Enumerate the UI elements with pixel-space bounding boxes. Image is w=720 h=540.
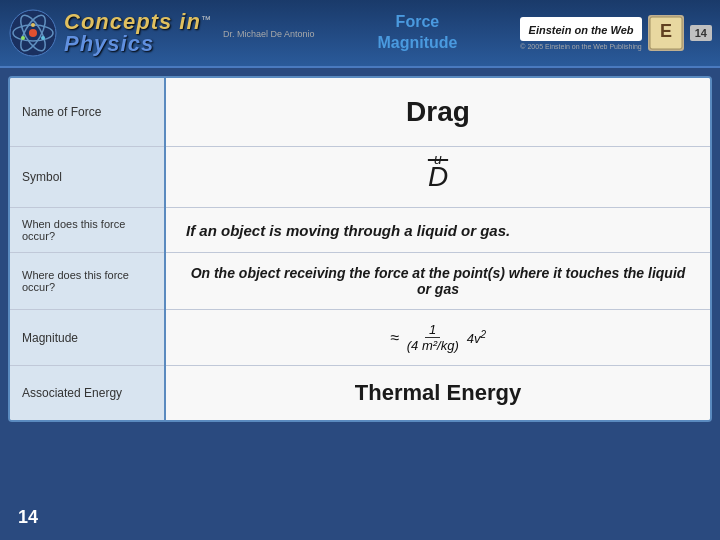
page-number-bottom: 14 bbox=[18, 507, 38, 528]
value-symbol: u D bbox=[165, 147, 710, 208]
copyright-text: © 2005 Einstein on the Web Publishing bbox=[520, 43, 641, 50]
label-when: When does this force occur? bbox=[10, 208, 165, 253]
magnitude-formula: ≈ 1 (4 m²/kg) 4v2 bbox=[186, 322, 690, 353]
header-right: Einstein on the Web © 2005 Einstein on t… bbox=[520, 15, 712, 51]
svg-text:E: E bbox=[660, 21, 672, 41]
einstein-branding: Einstein on the Web © 2005 Einstein on t… bbox=[520, 17, 641, 50]
svg-point-5 bbox=[31, 23, 35, 27]
fraction-numerator: 1 bbox=[425, 322, 440, 338]
table-row-magnitude: Magnitude ≈ 1 (4 m²/kg) 4v2 bbox=[10, 310, 710, 366]
svg-point-7 bbox=[21, 36, 25, 40]
main-content: Name of Force Drag Symbol u D When does … bbox=[0, 76, 720, 422]
label-associated-energy: Associated Energy bbox=[10, 366, 165, 421]
value-associated-energy: Thermal Energy bbox=[165, 366, 710, 421]
value-name-of-force: Drag bbox=[165, 78, 710, 147]
concepts-text: Concepts in™ bbox=[64, 11, 211, 33]
header: Concepts in™ Physics Dr. Michael De Anto… bbox=[0, 0, 720, 68]
author-block: Dr. Michael De Antonio bbox=[223, 27, 315, 39]
svg-point-4 bbox=[29, 29, 37, 37]
page-number-badge: 14 bbox=[690, 25, 712, 41]
table-row-name: Name of Force Drag bbox=[10, 78, 710, 147]
info-table-container: Name of Force Drag Symbol u D When does … bbox=[8, 76, 712, 422]
table-row-when: When does this force occur? If an object… bbox=[10, 208, 710, 253]
author-text: Dr. Michael De Antonio bbox=[223, 29, 315, 39]
einstein-logo-text: Einstein on the Web bbox=[529, 24, 634, 36]
label-magnitude: Magnitude bbox=[10, 310, 165, 366]
label-name-of-force: Name of Force bbox=[10, 78, 165, 147]
label-symbol: Symbol bbox=[10, 147, 165, 208]
fraction-denominator: (4 m²/kg) bbox=[403, 338, 463, 353]
force-magnitude-title: Force Magnitude bbox=[377, 12, 457, 54]
label-where: Where does this force occur? bbox=[10, 253, 165, 310]
table-row-energy: Associated Energy Thermal Energy bbox=[10, 366, 710, 421]
header-graphic: E bbox=[648, 15, 684, 51]
header-center: Force Magnitude bbox=[377, 12, 457, 54]
table-row-where: Where does this force occur? On the obje… bbox=[10, 253, 710, 310]
symbol-display: u D bbox=[428, 161, 448, 193]
value-where: On the object receiving the force at the… bbox=[165, 253, 710, 310]
physics-text: Physics bbox=[64, 33, 211, 55]
value-when: If an object is moving through a liquid … bbox=[165, 208, 710, 253]
concepts-logo: Concepts in™ Physics bbox=[64, 11, 211, 55]
svg-point-6 bbox=[41, 36, 45, 40]
info-table: Name of Force Drag Symbol u D When does … bbox=[10, 78, 710, 420]
atom-icon bbox=[8, 8, 58, 58]
value-magnitude: ≈ 1 (4 m²/kg) 4v2 bbox=[165, 310, 710, 366]
header-left: Concepts in™ Physics Dr. Michael De Anto… bbox=[8, 8, 314, 58]
table-row-symbol: Symbol u D bbox=[10, 147, 710, 208]
formula-multiplier: 4v2 bbox=[467, 329, 486, 346]
